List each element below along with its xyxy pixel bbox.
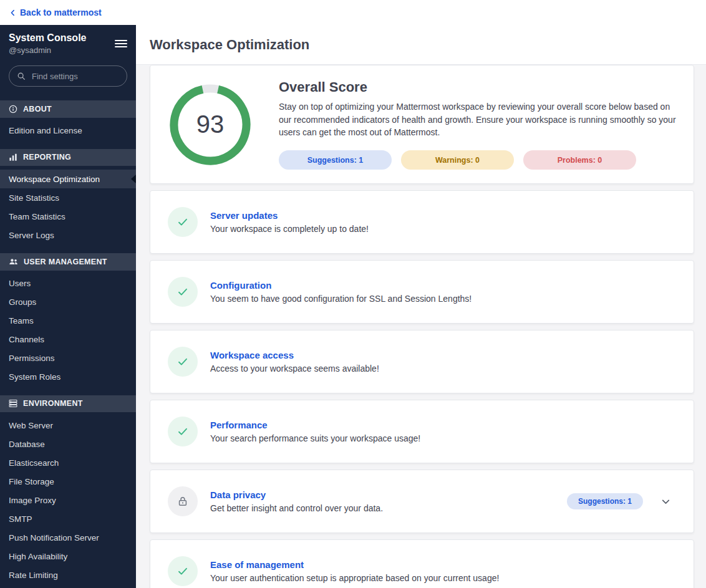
sidebar-item-elasticsearch[interactable]: Elasticsearch: [0, 453, 136, 472]
card-title-link[interactable]: Server updates: [210, 210, 676, 221]
sidebar-item-workspace-optimization[interactable]: Workspace Optimization: [0, 170, 136, 188]
overall-score-value: 93: [168, 82, 253, 167]
suggestions-badge: Suggestions: 1: [279, 150, 392, 170]
bar-chart-icon: [9, 153, 17, 161]
sidebar-item-site-statistics[interactable]: Site Statistics: [0, 188, 136, 207]
users-icon: [9, 258, 18, 266]
chevron-down-icon[interactable]: [660, 496, 671, 507]
lock-icon: [168, 486, 198, 516]
chevron-left-icon: [9, 9, 17, 17]
check-icon: [168, 556, 198, 586]
card-description: Your search performance suits your works…: [210, 433, 676, 443]
card-description: Get better insight and control over your…: [210, 503, 554, 513]
section-label: USER MANAGEMENT: [24, 258, 107, 266]
score-ring: 93: [168, 82, 253, 167]
sidebar-item-high-availability[interactable]: High Availability: [0, 547, 136, 566]
console-title: System Console: [9, 31, 86, 45]
sidebar-item-web-server[interactable]: Web Server: [0, 416, 136, 435]
sidebar-item-system-roles[interactable]: System Roles: [0, 368, 136, 387]
card-description: Your workspace is completely up to date!: [210, 224, 676, 234]
card-title-link[interactable]: Data privacy: [210, 489, 554, 500]
page-header: Workspace Optimization: [136, 25, 706, 65]
sidebar-item-smtp[interactable]: SMTP: [0, 509, 136, 528]
configuration-card: Configuration You seem to have good conf…: [150, 260, 694, 324]
card-description: You seem to have good configuration for …: [210, 294, 676, 304]
sidebar-item-rate-limiting[interactable]: Rate Limiting: [0, 566, 136, 584]
sidebar-item-permissions[interactable]: Permissions: [0, 349, 136, 368]
sidebar-item-groups[interactable]: Groups: [0, 293, 136, 312]
sidebar-item-edition-and-license[interactable]: Edition and License: [0, 122, 136, 140]
section-label: ENVIRONMENT: [23, 399, 83, 408]
check-icon: [168, 347, 198, 377]
search-icon: [17, 72, 26, 80]
search-input[interactable]: [31, 71, 119, 82]
warnings-badge: Warnings: 0: [401, 150, 514, 170]
sidebar-item-channels[interactable]: Channels: [0, 330, 136, 349]
top-bar: Back to mattermost: [0, 0, 706, 25]
check-icon: [168, 277, 198, 307]
sidebar-item-team-statistics[interactable]: Team Statistics: [0, 207, 136, 226]
card-title-link[interactable]: Workspace access: [210, 350, 676, 360]
problems-badge: Problems: 0: [523, 150, 636, 170]
overall-score-title: Overall Score: [279, 79, 676, 95]
card-title-link[interactable]: Performance: [210, 420, 676, 430]
card-title-link[interactable]: Ease of management: [210, 559, 676, 570]
console-user: @sysadmin: [9, 45, 86, 56]
section-header-environment: ENVIRONMENT: [0, 395, 136, 412]
sidebar-item-server-logs[interactable]: Server Logs: [0, 226, 136, 244]
sidebar-item-file-storage[interactable]: File Storage: [0, 472, 136, 491]
sidebar-item-push-notification-server[interactable]: Push Notification Server: [0, 528, 136, 547]
sidebar-item-database[interactable]: Database: [0, 435, 136, 453]
data-privacy-card: Data privacy Get better insight and cont…: [150, 470, 694, 533]
card-description: Your user authentication setup is approp…: [210, 573, 676, 583]
info-icon: [9, 105, 17, 113]
section-header-about: ABOUT: [0, 100, 136, 117]
page-title: Workspace Optimization: [150, 37, 309, 53]
settings-search: [9, 65, 127, 87]
sidebar-item-users[interactable]: Users: [0, 274, 136, 293]
section-header-reporting: REPORTING: [0, 149, 136, 166]
card-description: Access to your workspace seems available…: [210, 364, 676, 374]
menu-icon[interactable]: [115, 36, 127, 52]
server-icon: [9, 399, 17, 408]
sidebar: System Console @sysadmin ABOUT Edition a…: [0, 25, 136, 588]
section-label: REPORTING: [23, 153, 71, 161]
overall-score-card: 93 Overall Score Stay on top of optimizi…: [150, 65, 694, 184]
section-label: ABOUT: [23, 105, 52, 113]
sidebar-item-teams[interactable]: Teams: [0, 312, 136, 330]
workspace-access-card: Workspace access Access to your workspac…: [150, 330, 694, 393]
check-icon: [168, 207, 198, 237]
back-link-label: Back to mattermost: [20, 7, 102, 17]
back-to-mattermost-link[interactable]: Back to mattermost: [9, 7, 102, 17]
performance-card: Performance Your search performance suit…: [150, 400, 694, 463]
section-header-user-management: USER MANAGEMENT: [0, 253, 136, 270]
sidebar-header: System Console @sysadmin: [0, 25, 136, 62]
check-icon: [168, 417, 198, 446]
content-area: 93 Overall Score Stay on top of optimizi…: [136, 65, 706, 588]
suggestions-badge: Suggestions: 1: [567, 493, 643, 509]
sidebar-item-image-proxy[interactable]: Image Proxy: [0, 491, 136, 509]
server-updates-card: Server updates Your workspace is complet…: [150, 190, 694, 254]
overall-score-description: Stay on top of optimizing your Mattermos…: [279, 100, 676, 139]
ease-of-management-card: Ease of management Your user authenticat…: [150, 539, 694, 588]
card-title-link[interactable]: Configuration: [210, 280, 676, 291]
